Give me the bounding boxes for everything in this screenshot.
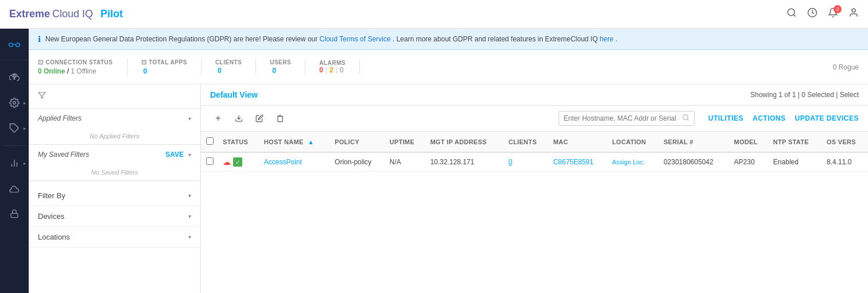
applied-filters-row[interactable]: Applied Filters ▾ <box>29 109 200 128</box>
add-button[interactable]: + <box>210 110 226 126</box>
devices-table: STATUS HOST NAME ▲ POLICY UPTIME MGT IP … <box>201 132 868 172</box>
col-policy: POLICY <box>330 132 385 152</box>
brand-cloud: Cloud IQ <box>52 8 93 20</box>
row-os-version: 8.4.11.0 <box>822 152 868 172</box>
sidebar-icon-cloud-upload[interactable] <box>4 67 25 88</box>
sidebar <box>0 29 29 293</box>
row-mgt-ip: 10.32.128.171 <box>425 152 503 172</box>
select-all-checkbox[interactable] <box>206 137 214 145</box>
row-checkbox-cell <box>201 152 218 172</box>
delete-button[interactable] <box>272 110 288 126</box>
search-input[interactable] <box>564 114 679 122</box>
col-location: LOCATION <box>607 132 659 152</box>
row-serial: 0230180605042 <box>659 152 730 172</box>
filter-panel: Applied Filters ▾ No Applied Filters My … <box>29 84 201 293</box>
info-icon: ℹ <box>38 34 41 44</box>
stat-connection-label: ⊡ CONNECTION STATUS <box>38 59 113 66</box>
row-status: ☁ ✓ <box>218 152 259 172</box>
filter-panel-header <box>29 84 200 109</box>
filter-by-chevron: ▾ <box>188 192 191 199</box>
table-toolbar: Default View Showing 1 of 1 | 0 Selected… <box>201 84 868 106</box>
clients-link[interactable]: 0 <box>509 158 513 166</box>
stat-clients: CLIENTS 0 <box>215 59 256 75</box>
expand-icon-connection: ⊡ <box>38 59 44 66</box>
locations-filter-row[interactable]: Locations ▾ <box>29 227 200 248</box>
search-box <box>559 111 695 126</box>
col-uptime: UPTIME <box>385 132 426 152</box>
hostname-link[interactable]: AccessPoint <box>264 158 302 166</box>
top-bar: ExtremeCloud IQ Pilot 2 <box>0 0 868 29</box>
sidebar-icon-lock[interactable] <box>4 203 25 224</box>
main-layout: ℹ New European General Data Protection R… <box>0 29 868 293</box>
row-ntp-state: Enabled <box>769 152 822 172</box>
row-hostname: AccessPoint <box>259 152 330 172</box>
devices-filter-row[interactable]: Devices ▾ <box>29 206 200 227</box>
notifications-icon[interactable]: 2 <box>828 7 838 21</box>
update-devices-button[interactable]: UPDATE DEVICES <box>795 114 859 122</box>
stat-alarms: ALARMS 0 | 2 | 0 <box>319 60 360 74</box>
filter-bottom: Filter By ▾ Devices ▾ Locations ▾ <box>29 181 200 252</box>
devices-chevron: ▾ <box>188 213 191 219</box>
table-actions: + <box>201 106 868 132</box>
edit-button[interactable] <box>251 110 268 126</box>
filter-by-row[interactable]: Filter By ▾ <box>29 186 200 206</box>
col-serial: SERIAL # <box>659 132 730 152</box>
filter-by-label: Filter By <box>38 191 65 200</box>
svg-rect-14 <box>11 213 18 217</box>
banner-text: New European General Data Protection Reg… <box>45 35 617 43</box>
row-mac: C8675E8591 <box>549 152 608 172</box>
utilities-button[interactable]: UTILITIES <box>708 114 743 122</box>
stat-connection-status: ⊡ CONNECTION STATUS 0 Online / 1 Offline <box>38 59 127 75</box>
view-label: Default View <box>210 90 750 99</box>
save-filter-button[interactable]: SAVE <box>165 151 184 159</box>
row-uptime: N/A <box>385 152 426 172</box>
saved-filters-label: My Saved Filters <box>38 151 89 159</box>
devices-label: Devices <box>38 212 64 221</box>
right-btns: UTILITIES ACTIONS UPDATE DEVICES <box>708 114 859 122</box>
svg-point-9 <box>13 102 16 105</box>
filter-icon <box>38 91 46 101</box>
cloud-status-icon: ☁ <box>223 157 231 167</box>
mac-value[interactable]: C8675E8591 <box>553 158 594 166</box>
col-ntp: NTP STATE <box>769 132 822 152</box>
brand-pilot: Pilot <box>100 8 123 20</box>
showing-text: Showing 1 of 1 | 0 Selected | Select <box>750 91 859 99</box>
svg-rect-4 <box>9 43 13 47</box>
col-clients: CLIENTS <box>504 132 549 152</box>
svg-point-17 <box>683 115 688 120</box>
col-status: STATUS <box>218 132 259 152</box>
history-icon[interactable] <box>807 7 817 21</box>
assign-location-link[interactable]: Assign Loc: <box>612 159 645 165</box>
sidebar-icon-puzzle[interactable] <box>4 118 25 138</box>
svg-marker-15 <box>38 92 45 99</box>
stat-users: USERS 0 <box>270 59 305 75</box>
sidebar-icon-chart[interactable] <box>4 153 25 174</box>
stat-total-apps: ⊡ TOTAL APPS 0 <box>141 59 202 75</box>
locations-label: Locations <box>38 233 70 241</box>
table-panel: Default View Showing 1 of 1 | 0 Selected… <box>201 84 868 293</box>
col-model: MODEL <box>730 132 769 152</box>
search-icon[interactable] <box>786 7 797 21</box>
sidebar-section-top <box>0 34 29 60</box>
here-link[interactable]: here <box>600 35 614 43</box>
download-button[interactable] <box>231 110 247 126</box>
col-mgt-ip: MGT IP ADDRESS <box>425 132 503 152</box>
svg-rect-5 <box>16 43 20 47</box>
sidebar-icon-cloud2[interactable] <box>4 178 25 199</box>
stat-rogue: 0 Rogue <box>833 63 859 71</box>
sidebar-icon-settings[interactable] <box>4 92 25 113</box>
saved-filters-row[interactable]: My Saved Filters SAVE ▾ <box>29 145 200 164</box>
applied-filters-chevron: ▾ <box>188 115 191 122</box>
cloud-tos-link[interactable]: Cloud Terms of Service <box>320 35 391 43</box>
app-logo: ExtremeCloud IQ Pilot <box>9 8 123 20</box>
table-container: STATUS HOST NAME ▲ POLICY UPTIME MGT IP … <box>201 132 868 293</box>
panels: Applied Filters ▾ No Applied Filters My … <box>29 84 868 293</box>
applied-filters-label: Applied Filters <box>38 114 82 122</box>
saved-filters-section: My Saved Filters SAVE ▾ No Saved Filters <box>29 145 200 181</box>
gdpr-banner: ℹ New European General Data Protection R… <box>29 29 868 50</box>
actions-button[interactable]: ACTIONS <box>753 114 786 122</box>
sidebar-icon-glasses[interactable] <box>4 34 25 55</box>
row-checkbox[interactable] <box>206 157 214 165</box>
user-icon[interactable] <box>848 7 859 21</box>
content-area: ℹ New European General Data Protection R… <box>29 29 868 293</box>
